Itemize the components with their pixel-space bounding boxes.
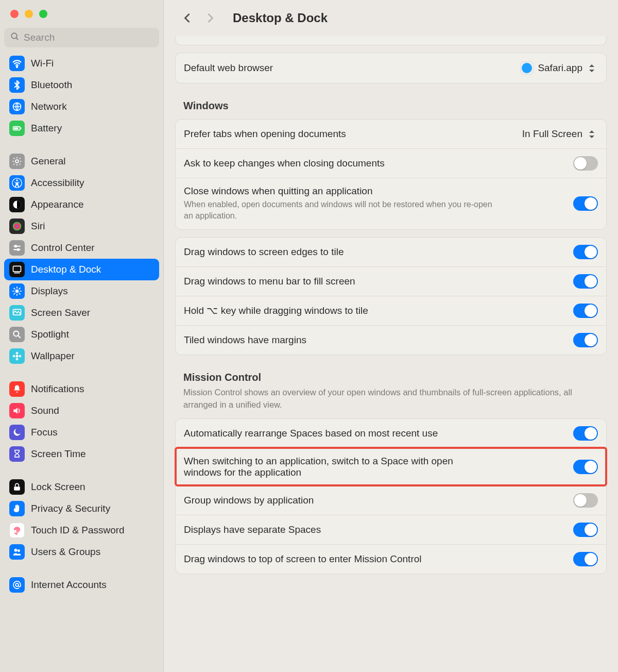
at-icon — [9, 577, 25, 593]
hold-opt-toggle[interactable] — [573, 304, 598, 318]
sidebar-item-battery[interactable]: Battery — [4, 117, 159, 139]
drag-edges-toggle[interactable] — [573, 245, 598, 259]
page-title: Desktop & Dock — [233, 11, 328, 25]
search-field[interactable] — [4, 28, 159, 47]
default-browser-popup[interactable]: Safari.app — [516, 60, 598, 76]
sidebar-item-touch-id-password[interactable]: Touch ID & Password — [4, 519, 159, 541]
sidebar-item-sound[interactable]: Sound — [4, 400, 159, 422]
sidebar-item-label: Notifications — [31, 383, 84, 395]
users-icon — [9, 544, 25, 560]
svg-point-11 — [13, 222, 22, 231]
separate-displays-label: Displays have separate Spaces — [184, 524, 321, 535]
moon-icon — [9, 425, 25, 440]
drag-edges-row: Drag windows to screen edges to tile — [176, 238, 606, 266]
close-quit-toggle[interactable] — [573, 196, 598, 211]
group-by-app-row: Group windows by application — [176, 485, 606, 515]
drag-menu-label: Drag windows to menu bar to fill screen — [184, 276, 355, 287]
sidebar-item-label: Siri — [31, 221, 45, 232]
minimize-window-button[interactable] — [25, 10, 33, 18]
sidebar-item-displays[interactable]: Displays — [4, 280, 159, 302]
sidebar-item-label: Screen Saver — [31, 307, 90, 318]
sidebar-item-users-groups[interactable]: Users & Groups — [4, 541, 159, 563]
zoom-window-button[interactable] — [39, 10, 47, 18]
sidebar-item-label: Wallpaper — [31, 350, 75, 362]
hold-opt-row: Hold ⌥ key while dragging windows to til… — [176, 296, 606, 325]
svg-point-14 — [15, 245, 16, 247]
svg-line-25 — [14, 293, 15, 294]
svg-point-28 — [13, 331, 19, 336]
mission-control-desc: Mission Control shows an overview of you… — [183, 387, 598, 411]
sidebar-item-label: General — [31, 156, 66, 167]
drag-menu-row: Drag windows to menu bar to fill screen — [176, 266, 606, 296]
separate-displays-toggle[interactable] — [573, 523, 598, 537]
sidebar-item-accessibility[interactable]: Accessibility — [4, 172, 159, 194]
search-input[interactable] — [24, 32, 153, 43]
svg-line-29 — [19, 336, 21, 338]
search-icon — [10, 32, 24, 43]
windows-section-title: Windows — [183, 100, 605, 112]
sidebar-item-spotlight[interactable]: Spotlight — [4, 324, 159, 345]
chevron-up-down-icon — [587, 62, 597, 74]
drag-menu-toggle[interactable] — [573, 274, 598, 289]
forward-button[interactable] — [201, 9, 219, 27]
svg-point-39 — [522, 63, 532, 73]
siri-icon — [9, 219, 25, 234]
dock-icon — [9, 262, 25, 277]
auto-arrange-toggle[interactable] — [573, 426, 598, 441]
svg-point-15 — [18, 249, 19, 250]
header: Desktop & Dock — [164, 0, 618, 36]
back-button[interactable] — [178, 9, 197, 27]
margins-toggle[interactable] — [573, 333, 598, 347]
group-by-app-toggle[interactable] — [573, 493, 598, 508]
sidebar-item-bluetooth[interactable]: Bluetooth — [4, 74, 159, 96]
sidebar-item-appearance[interactable]: Appearance — [4, 194, 159, 215]
sidebar-item-lock-screen[interactable]: Lock Screen — [4, 476, 159, 498]
switch-space-toggle[interactable] — [573, 460, 598, 474]
sidebar-item-label: Wi-Fi — [31, 58, 54, 69]
sidebar-nav: Wi-FiBluetoothNetworkBatteryGeneralAcces… — [0, 53, 163, 672]
sun-icon — [9, 283, 25, 299]
auto-arrange-row: Automatically rearrange Spaces based on … — [176, 419, 606, 448]
bell-icon — [9, 381, 25, 397]
sidebar-item-internet-accounts[interactable]: Internet Accounts — [4, 574, 159, 596]
svg-point-18 — [15, 290, 19, 293]
default-browser-value: Safari.app — [538, 62, 582, 74]
sidebar-item-desktop-dock[interactable]: Desktop & Dock — [4, 259, 159, 280]
sidebar-item-wi-fi[interactable]: Wi-Fi — [4, 53, 159, 74]
prefer-tabs-popup[interactable]: In Full Screen — [518, 127, 598, 141]
svg-point-9 — [16, 179, 18, 181]
svg-point-33 — [13, 355, 15, 358]
sidebar-item-notifications[interactable]: Notifications — [4, 378, 159, 400]
sidebar-item-label: Users & Groups — [31, 546, 100, 558]
content[interactable]: Default web browser Safari.app Windows — [164, 36, 618, 672]
hand-icon — [9, 501, 25, 516]
sidebar-item-wallpaper[interactable]: Wallpaper — [4, 345, 159, 367]
sidebar-item-control-center[interactable]: Control Center — [4, 237, 159, 259]
ask-keep-toggle[interactable] — [573, 156, 598, 171]
sidebar-item-focus[interactable]: Focus — [4, 422, 159, 443]
svg-rect-6 — [14, 127, 18, 129]
sidebar-item-screen-time[interactable]: Screen Time — [4, 443, 159, 465]
svg-point-0 — [11, 33, 17, 39]
sidebar-item-network[interactable]: Network — [4, 96, 159, 117]
sidebar-item-siri[interactable]: Siri — [4, 215, 159, 237]
bluetooth-icon — [9, 77, 25, 93]
sidebar-item-screen-saver[interactable]: Screen Saver — [4, 302, 159, 324]
appearance-icon — [9, 197, 25, 212]
sidebar-item-label: Focus — [31, 427, 58, 438]
svg-rect-16 — [13, 266, 21, 272]
sidebar-item-label: Accessibility — [31, 177, 84, 189]
sliders-icon — [9, 240, 25, 256]
close-window-button[interactable] — [10, 10, 19, 18]
close-quit-desc: When enabled, open documents and windows… — [184, 199, 498, 222]
margins-label: Tiled windows have margins — [184, 334, 306, 346]
default-browser-card: Default web browser Safari.app — [175, 53, 607, 83]
sidebar-item-label: Touch ID & Password — [31, 525, 125, 536]
svg-point-37 — [18, 549, 20, 552]
sidebar-item-privacy-security[interactable]: Privacy & Security — [4, 498, 159, 519]
drag-top-toggle[interactable] — [573, 552, 598, 566]
prefer-tabs-value: In Full Screen — [522, 128, 582, 140]
sidebar-item-general[interactable]: General — [4, 150, 159, 172]
hold-opt-label: Hold ⌥ key while dragging windows to til… — [184, 305, 368, 316]
safari-icon — [520, 61, 534, 75]
